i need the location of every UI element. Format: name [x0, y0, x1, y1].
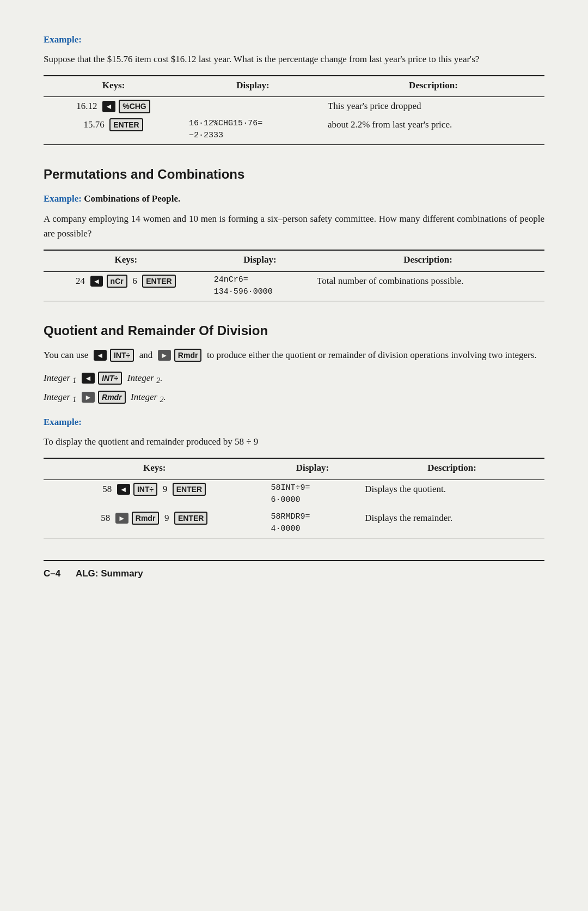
display-combinations-1: 24nCr6=: [214, 275, 248, 284]
desc-cell: This year's price dropped: [322, 97, 544, 116]
display-cell: 16·12%CHG15·76= −2·2333: [183, 116, 322, 145]
pchg-key: %CHG: [119, 100, 150, 113]
section-pct-change: Example: Suppose that the $15.76 item co…: [44, 33, 544, 145]
col-header-keys-3: Keys:: [44, 458, 266, 479]
table-row: 58 ► Rmdr 9 ENTER 58RMDR9= 4·0000 Displa…: [44, 509, 544, 538]
desc-cell: Displays the quotient.: [359, 479, 544, 509]
col-header-display-1: Display:: [183, 76, 322, 97]
display-cell: 24nCr6= 134·596·0000: [209, 271, 311, 301]
left-shift-key-4: ◄: [82, 373, 95, 384]
display-rmdr-1: 58RMDR9=: [271, 512, 310, 521]
example-subheading-text: Combinations of People.: [84, 193, 180, 204]
body-text-4: To display the quotient and remainder pr…: [44, 435, 544, 449]
keys-cell: 16.12 ◄ %CHG: [44, 97, 183, 116]
table-row: 16.12 ◄ %CHG This year's price dropped: [44, 97, 544, 116]
table-quotient: Keys: Display: Description: 58 ◄ INT÷ 9 …: [44, 458, 544, 538]
body-text-1: Suppose that the $15.76 item cost $16.12…: [44, 52, 544, 66]
col-header-keys-2: Keys:: [44, 250, 209, 271]
display-cell: 58RMDR9= 4·0000: [266, 509, 360, 538]
display-rmdr-2: 4·0000: [271, 524, 301, 533]
left-shift-key-3: ◄: [94, 350, 107, 361]
table-row: 58 ◄ INT÷ 9 ENTER 58INT÷9= 6·0000 Displa…: [44, 479, 544, 509]
ncr-key: nCr: [107, 275, 127, 288]
keys-cell: 58 ► Rmdr 9 ENTER: [44, 509, 266, 538]
intdiv-key-1: INT÷: [110, 349, 134, 362]
formula-2: Integer 1 ► Rmdr Integer 2.: [44, 390, 544, 406]
keys-cell: 15.76 ENTER: [44, 116, 183, 145]
heading-permutations: Permutations and Combinations: [44, 165, 544, 184]
body-text-2: A company employing 14 women and 10 men …: [44, 212, 544, 241]
display-line2: −2·2333: [189, 131, 223, 140]
desc-cell: about 2.2% from last year's price.: [322, 116, 544, 145]
left-shift-key: ◄: [102, 101, 115, 112]
table-combinations: Keys: Display: Description: 24 ◄ nCr 6 E…: [44, 250, 544, 301]
col-header-desc-3: Description:: [359, 458, 544, 479]
col-header-desc-2: Description:: [311, 250, 544, 271]
col-header-desc-1: Description:: [322, 76, 544, 97]
right-shift-key-1: ►: [158, 350, 171, 361]
footer-title: ALG: Summary: [76, 568, 143, 579]
col-header-keys-1: Keys:: [44, 76, 183, 97]
left-shift-key-5: ◄: [117, 484, 130, 495]
display-cell: [183, 97, 322, 116]
display-quotient-1: 58INT÷9=: [271, 483, 310, 493]
keys-cell: 24 ◄ nCr 6 ENTER: [44, 271, 209, 301]
intdiv-key-2: INT÷: [98, 372, 122, 385]
display-line1: 16·12%CHG15·76=: [189, 119, 262, 128]
footer: C–4 ALG: Summary: [44, 560, 544, 581]
enter-key-4: ENTER: [174, 512, 207, 525]
example-label-1: Example:: [44, 33, 544, 47]
body-text-3: You can use ◄ INT÷ and ► Rmdr to produce…: [44, 348, 544, 362]
section-permutations: Permutations and Combinations Example: C…: [44, 165, 544, 301]
col-header-display-3: Display:: [266, 458, 360, 479]
display-quotient-2: 6·0000: [271, 495, 301, 505]
rmdr-key-2: Rmdr: [98, 391, 126, 404]
enter-key-3: ENTER: [173, 483, 206, 496]
desc-cell: Total number of combinations possible.: [311, 271, 544, 301]
section-quotient-remainder: Quotient and Remainder Of Division You c…: [44, 321, 544, 538]
display-cell: 58INT÷9= 6·0000: [266, 479, 360, 509]
table-pct-change: Keys: Display: Description: 16.12 ◄ %CHG…: [44, 75, 544, 145]
footer-page-ref: C–4: [44, 568, 60, 579]
example-subheading-2: Example: Combinations of People.: [44, 192, 544, 206]
rmdr-key-3: Rmdr: [132, 512, 160, 525]
enter-key-2: ENTER: [142, 275, 175, 288]
table-row: 24 ◄ nCr 6 ENTER 24nCr6= 134·596·0000 To…: [44, 271, 544, 301]
left-shift-key-2: ◄: [90, 276, 103, 287]
formula-1: Integer 1 ◄ INT÷ Integer 2.: [44, 371, 544, 387]
display-combinations-2: 134·596·0000: [214, 287, 273, 296]
col-header-display-2: Display:: [209, 250, 311, 271]
keys-cell: 58 ◄ INT÷ 9 ENTER: [44, 479, 266, 509]
right-shift-key-2: ►: [82, 392, 95, 403]
rmdr-key-1: Rmdr: [174, 349, 202, 362]
desc-cell: Displays the remainder.: [359, 509, 544, 538]
intdiv-key-3: INT÷: [133, 483, 157, 496]
example-label-2: Example:: [44, 193, 82, 204]
heading-quotient: Quotient and Remainder Of Division: [44, 321, 544, 341]
enter-key: ENTER: [109, 118, 143, 131]
example-label-3: Example:: [44, 415, 544, 429]
table-row: 15.76 ENTER 16·12%CHG15·76= −2·2333 abou…: [44, 116, 544, 145]
right-shift-key-3: ►: [115, 513, 128, 524]
